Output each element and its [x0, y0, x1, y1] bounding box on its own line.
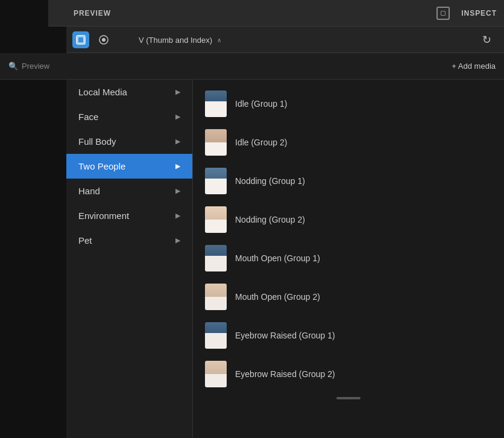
- arrow-right-icon: ▶: [175, 236, 180, 244]
- list-item[interactable]: Eyebrow Raised (Group 1): [193, 316, 504, 355]
- sidebar-item-two-people-label: Two People: [78, 161, 125, 171]
- media-item-label: Idle (Group 2): [235, 138, 287, 147]
- list-item[interactable]: Mouth Open (Group 2): [193, 278, 504, 316]
- arrow-right-icon: ▶: [175, 187, 180, 195]
- refresh-button[interactable]: ↺: [477, 31, 496, 49]
- media-thumbnail: [205, 168, 227, 194]
- arrow-right-icon: ▶: [175, 138, 180, 145]
- media-item-label: Idle (Group 1): [235, 99, 287, 109]
- sidebar-item-hand-label: Hand: [78, 186, 100, 196]
- search-placeholder[interactable]: Preview: [22, 62, 49, 71]
- media-thumbnail: [205, 129, 227, 156]
- sidebar-item-face-label: Face: [78, 112, 98, 122]
- arrow-right-icon: ▶: [175, 113, 180, 121]
- media-item-label: Eyebrow Raised (Group 2): [235, 369, 335, 379]
- sidebar-item-hand[interactable]: Hand ▶: [66, 179, 192, 203]
- sidebar-item-local-media[interactable]: Local Media ▶: [66, 80, 192, 104]
- search-bar: 🔍 Preview + Add media: [0, 53, 504, 80]
- top-bar: PREVIEW INSPECT: [0, 0, 504, 27]
- media-thumbnail: [205, 206, 227, 233]
- arrow-right-icon: ▶: [175, 212, 180, 220]
- right-panel: Idle (Group 1) Idle (Group 2) Nodding (G…: [193, 80, 504, 438]
- add-media-button[interactable]: + Add media: [452, 62, 496, 71]
- chevron-up-icon: ∧: [217, 37, 221, 43]
- arrow-right-icon: ▶: [175, 162, 180, 170]
- list-item[interactable]: Idle (Group 1): [193, 84, 504, 123]
- record-icon-button[interactable]: [95, 31, 112, 48]
- sidebar-item-full-body-label: Full Body: [78, 136, 116, 147]
- svg-point-3: [102, 38, 106, 42]
- gesture-selector[interactable]: V (Thumb and Index) ∧: [139, 27, 221, 53]
- add-media-label: + Add media: [452, 62, 496, 71]
- scroll-indicator: [193, 393, 504, 403]
- preview-tab-label[interactable]: PREVIEW: [74, 9, 111, 17]
- list-item[interactable]: Mouth Open (Group 1): [193, 239, 504, 278]
- sidebar-item-pet-label: Pet: [78, 235, 92, 246]
- media-item-label: Mouth Open (Group 2): [235, 292, 320, 302]
- list-item[interactable]: Idle (Group 2): [193, 123, 504, 162]
- sidebar-item-full-body[interactable]: Full Body ▶: [66, 129, 192, 154]
- media-item-label: Mouth Open (Group 1): [235, 253, 320, 263]
- main-content: Local Media ▶ Face ▶ Full Body ▶ Two Peo…: [0, 80, 504, 438]
- media-thumbnail: [205, 361, 227, 387]
- media-thumbnail: [205, 90, 227, 117]
- window-icon[interactable]: [436, 7, 450, 20]
- svg-rect-1: [78, 37, 84, 43]
- media-item-label: Nodding (Group 2): [235, 215, 305, 224]
- media-item-label: Eyebrow Raised (Group 1): [235, 331, 335, 340]
- media-thumbnail: [205, 284, 227, 310]
- sidebar-item-face[interactable]: Face ▶: [66, 104, 192, 129]
- list-item[interactable]: Eyebrow Raised (Group 2): [193, 355, 504, 393]
- sidebar-item-environment[interactable]: Environment ▶: [66, 203, 192, 228]
- search-area: 🔍 Preview: [8, 62, 49, 71]
- inspect-tab-label[interactable]: INSPECT: [461, 9, 497, 17]
- list-item[interactable]: Nodding (Group 2): [193, 200, 504, 239]
- media-item-label: Nodding (Group 1): [235, 176, 305, 186]
- scroll-bar: [336, 397, 361, 399]
- sidebar-item-environment-label: Environment: [78, 211, 129, 221]
- arrow-right-icon: ▶: [175, 88, 180, 96]
- list-item[interactable]: Nodding (Group 1): [193, 162, 504, 200]
- toolbar: V (Thumb and Index) ∧ ↺: [0, 27, 504, 53]
- search-icon: 🔍: [8, 62, 18, 71]
- sidebar-item-pet[interactable]: Pet ▶: [66, 228, 192, 253]
- layers-icon-button[interactable]: [72, 31, 89, 48]
- media-thumbnail: [205, 245, 227, 271]
- media-thumbnail: [205, 322, 227, 349]
- sidebar: Local Media ▶ Face ▶ Full Body ▶ Two Peo…: [66, 80, 193, 438]
- sidebar-item-two-people[interactable]: Two People ▶: [66, 154, 192, 179]
- left-strip: [0, 80, 66, 438]
- sidebar-item-local-media-label: Local Media: [78, 87, 127, 97]
- gesture-label: V (Thumb and Index): [139, 36, 212, 45]
